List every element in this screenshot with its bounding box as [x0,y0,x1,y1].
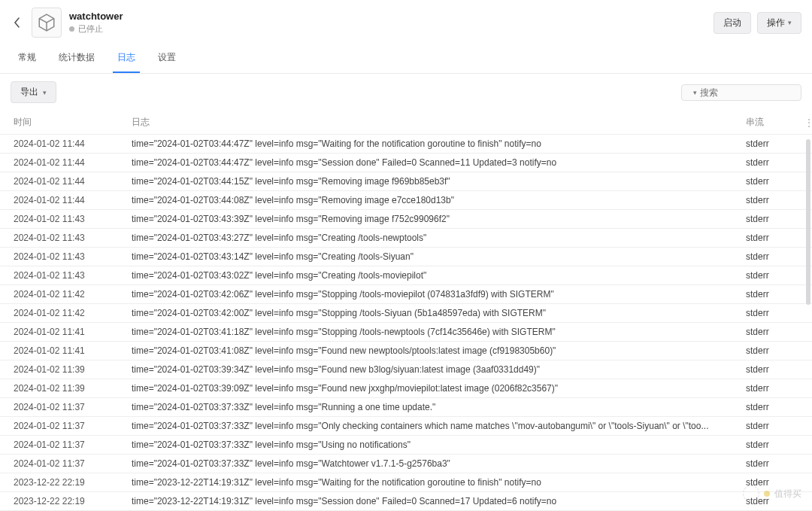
cell-spacer [797,403,812,411]
cell-time: 2024-01-02 11:43 [0,266,124,284]
cell-stream: stderr [738,191,797,209]
cell-stream: stderr [738,266,797,284]
table-row[interactable]: 2024-01-02 11:37time="2024-01-02T03:37:3… [0,436,812,455]
cell-log: time="2024-01-02T03:37:33Z" level=info m… [124,455,738,473]
cell-time: 2024-01-02 11:37 [0,417,124,435]
actions-button-label: 操作 [767,17,785,29]
table-row[interactable]: 2024-01-02 11:43time="2024-01-02T03:43:3… [0,210,812,229]
scrollbar-thumb[interactable] [806,139,810,305]
table-row[interactable]: 2024-01-02 11:41time="2024-01-02T03:41:1… [0,323,812,342]
table-row[interactable]: 2024-01-02 11:44time="2024-01-02T03:44:1… [0,172,812,191]
cell-time: 2024-01-02 11:43 [0,210,124,228]
tab-settings[interactable]: 设置 [153,47,180,73]
cell-log: time="2024-01-02T03:42:06Z" level=info m… [124,285,738,303]
chevron-down-icon: ▾ [693,89,697,96]
table-row[interactable]: 2024-01-02 11:39time="2024-01-02T03:39:3… [0,360,812,379]
cell-stream: stderr [738,285,797,303]
cell-log: time="2024-01-02T03:44:15Z" level=info m… [124,172,738,190]
logs-toolbar: 导出 ▾ ▾ [0,74,812,111]
cell-stream: stderr [738,398,797,416]
cell-log: time="2024-01-02T03:37:33Z" level=info m… [124,398,738,416]
cell-spacer [797,347,812,354]
back-button[interactable] [11,16,24,29]
cell-time: 2023-12-22 22:19 [0,473,124,491]
export-button-label: 导出 [20,86,38,99]
cell-log: time="2024-01-02T03:41:08Z" level=info m… [124,342,738,360]
cell-log: time="2024-01-02T03:39:09Z" level=info m… [124,379,738,397]
cell-time: 2024-01-02 11:43 [0,248,124,266]
table-row[interactable]: 2024-01-02 11:43time="2024-01-02T03:43:0… [0,266,812,285]
table-row[interactable]: 2024-01-02 11:39time="2024-01-02T03:39:0… [0,379,812,398]
cell-spacer [797,479,812,486]
cell-stream: stderr [738,135,797,153]
cell-spacer [797,309,812,317]
table-row[interactable]: 2024-01-02 11:44time="2024-01-02T03:44:4… [0,135,812,154]
cell-spacer [797,422,812,430]
cell-log: time="2024-01-02T03:44:47Z" level=info m… [124,135,738,153]
column-header-time[interactable]: 时间 [0,111,124,134]
title-block: watchtower 已停止 [69,11,123,35]
cell-log: time="2024-01-02T03:37:33Z" level=info m… [124,417,738,435]
search-field-wrap[interactable]: ▾ [681,84,801,101]
actions-dropdown-button[interactable]: 操作 ▾ [757,12,801,34]
cell-stream: stderr [738,172,797,190]
cell-time: 2024-01-02 11:37 [0,398,124,416]
cell-stream: stderr [738,154,797,172]
table-row[interactable]: 2024-01-02 11:37time="2024-01-02T03:37:3… [0,398,812,417]
export-button[interactable]: 导出 ▾ [11,81,56,103]
cell-stream: stderr [738,229,797,247]
tab-stats[interactable]: 统计数据 [54,47,99,73]
cell-stream: stderr [738,248,797,266]
tab-general[interactable]: 常规 [14,47,41,73]
cell-spacer [797,385,812,392]
cell-stream: stderr [738,417,797,435]
header-left: watchtower 已停止 [11,8,123,38]
tabs-bar: 常规 统计数据 日志 设置 [0,41,812,74]
cell-stream: stderr [738,436,797,454]
table-options-icon[interactable]: ⋮ [797,112,812,133]
table-row[interactable]: 2023-12-22 22:19time="2023-12-22T14:19:3… [0,492,812,511]
cell-time: 2024-01-02 11:41 [0,342,124,360]
table-row[interactable]: 2024-01-02 11:44time="2024-01-02T03:44:4… [0,154,812,172]
status-indicator-icon [69,26,74,32]
container-icon [32,8,62,38]
table-row[interactable]: 2023-12-22 22:19time="2023-12-22T14:19:3… [0,473,812,492]
cell-log: time="2024-01-02T03:43:02Z" level=info m… [124,266,738,284]
table-row[interactable]: 2024-01-02 11:43time="2024-01-02T03:43:1… [0,248,812,266]
cell-stream: stderr [738,379,797,397]
column-header-log[interactable]: 日志 [124,111,738,134]
cell-log: time="2024-01-02T03:44:47Z" level=info m… [124,154,738,172]
cell-log: time="2024-01-02T03:41:18Z" level=info m… [124,323,738,341]
app-header: watchtower 已停止 启动 操作 ▾ [0,0,812,41]
page-title: watchtower [69,11,123,22]
table-row[interactable]: 2024-01-02 11:44time="2024-01-02T03:44:0… [0,191,812,210]
cell-time: 2023-12-22 22:19 [0,492,124,510]
cell-log: time="2024-01-02T03:43:39Z" level=info m… [124,210,738,228]
header-actions: 启动 操作 ▾ [714,12,801,34]
table-row[interactable]: 2024-01-02 11:37time="2024-01-02T03:37:3… [0,417,812,436]
cell-log: time="2024-01-02T03:44:08Z" level=info m… [124,191,738,209]
cell-time: 2024-01-02 11:44 [0,172,124,190]
start-button[interactable]: 启动 [714,12,751,34]
table-row[interactable]: 2024-01-02 11:41time="2024-01-02T03:41:0… [0,342,812,360]
cell-time: 2024-01-02 11:42 [0,304,124,322]
cell-time: 2024-01-02 11:42 [0,285,124,303]
table-body: 2024-01-02 11:44time="2024-01-02T03:44:4… [0,135,812,511]
search-input[interactable] [700,87,812,98]
table-row[interactable]: 2024-01-02 11:42time="2024-01-02T03:42:0… [0,304,812,323]
cell-time: 2024-01-02 11:44 [0,135,124,153]
cell-stream: stderr [738,323,797,341]
cell-spacer [797,497,812,505]
column-header-stream[interactable]: 串流 [738,111,797,134]
tab-logs[interactable]: 日志 [113,47,140,73]
cell-stream: stderr [738,304,797,322]
cell-stream: stderr [738,455,797,473]
table-row[interactable]: 2024-01-02 11:43time="2024-01-02T03:43:2… [0,229,812,248]
status-text: 已停止 [78,23,103,35]
cell-log: time="2023-12-22T14:19:31Z" level=info m… [124,492,738,510]
cell-log: time="2024-01-02T03:37:33Z" level=info m… [124,436,738,454]
table-row[interactable]: 2024-01-02 11:37time="2024-01-02T03:37:3… [0,455,812,473]
chevron-left-icon [14,17,21,28]
table-row[interactable]: 2024-01-02 11:42time="2024-01-02T03:42:0… [0,285,812,304]
cell-log: time="2024-01-02T03:43:14Z" level=info m… [124,248,738,266]
